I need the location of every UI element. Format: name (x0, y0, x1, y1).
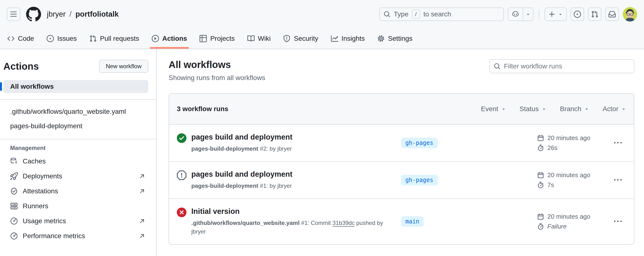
deployments-label: Deployments (23, 172, 62, 180)
page-content: Actions New workflow All workflows .gith… (0, 49, 644, 256)
run-text-block: pages build and deployment pages-build-d… (191, 170, 292, 190)
tab-insights[interactable]: Insights (328, 28, 368, 49)
status-filter-label: Status (520, 105, 539, 113)
verified-icon (10, 187, 18, 195)
tab-label: Insights (342, 35, 365, 42)
new-workflow-button[interactable]: New workflow (99, 60, 148, 73)
run-subtitle: pages-build-deployment #2: by jbryer (191, 144, 292, 153)
copilot-dropdown-button[interactable] (523, 8, 533, 20)
pull-requests-header-button[interactable] (588, 7, 602, 21)
workflow-run-row: pages build and deployment pages-build-d… (169, 125, 634, 162)
kebab-horizontal-icon (614, 139, 622, 147)
branch-filter-label: Branch (560, 105, 582, 113)
code-icon (7, 35, 14, 42)
branch-badge[interactable]: gh-pages (401, 138, 438, 148)
inbox-button[interactable] (605, 7, 619, 21)
run-subtitle-rest: #2: by jbryer (258, 145, 292, 152)
sidebar-item-performance-metrics[interactable]: Performance metrics (4, 229, 148, 244)
github-mark-icon (26, 7, 41, 22)
run-title-link[interactable]: pages build and deployment (191, 170, 292, 179)
copilot-icon (512, 11, 519, 18)
plus-icon (548, 11, 556, 18)
meter-icon (10, 217, 18, 225)
tab-issues[interactable]: Issues (43, 28, 80, 49)
sidebar-item-runners[interactable]: Runners (4, 199, 148, 214)
run-meta: 20 minutes ago 26s (537, 134, 605, 152)
sidebar-item-attestations[interactable]: Attestations (4, 184, 148, 199)
event-filter-dropdown[interactable]: Event (481, 105, 506, 113)
run-options-kebab-button[interactable] (611, 175, 625, 185)
workflow-runs-main: All workflows Showing runs from all work… (156, 49, 644, 256)
github-logo[interactable] (26, 7, 41, 22)
kebab-horizontal-icon (614, 176, 622, 184)
arrow-up-right-icon (139, 233, 146, 239)
avatar[interactable] (623, 7, 637, 21)
arrow-up-right-icon (139, 173, 146, 180)
branch-badge[interactable]: main (401, 216, 424, 227)
commit-sha-link[interactable]: 31b39dc (332, 220, 354, 226)
sidebar-item-workflow-quarto-website[interactable]: .github/workflows/quarto_website.yaml (4, 105, 148, 118)
page-title: All workflows (168, 59, 265, 70)
git-pull-request-icon (90, 35, 96, 42)
global-search-input[interactable]: Type / to search (379, 7, 504, 21)
branch-filter-dropdown[interactable]: Branch (560, 105, 589, 113)
issue-opened-icon (574, 11, 581, 18)
run-text-block: Initial version .github/workflows/quarto… (191, 207, 395, 236)
issues-header-button[interactable] (570, 7, 584, 21)
tab-wiki[interactable]: Wiki (244, 28, 274, 49)
run-options-kebab-button[interactable] (611, 216, 625, 227)
triangle-down-icon (621, 107, 626, 111)
sidebar-item-usage-metrics[interactable]: Usage metrics (4, 214, 148, 229)
run-title-link[interactable]: pages build and deployment (191, 133, 292, 141)
run-options-kebab-button[interactable] (611, 138, 625, 148)
triangle-down-icon (501, 107, 506, 111)
play-circle-icon (152, 35, 159, 42)
tab-actions[interactable]: Actions (148, 28, 190, 49)
hamburger-menu-button[interactable] (7, 7, 20, 21)
run-workflow-name: .github/workflows/quarto_website.yaml (191, 220, 300, 226)
sidebar-item-workflow-pages-build-deployment[interactable]: pages-build-deployment (4, 120, 148, 132)
branch-badge[interactable]: gh-pages (401, 175, 438, 185)
tab-pull-requests[interactable]: Pull requests (86, 28, 142, 49)
sidebar-title: Actions (4, 61, 39, 72)
tab-label: Actions (162, 35, 187, 42)
workflow-run-row: pages build and deployment pages-build-d… (169, 162, 634, 199)
actor-filter-label: Actor (603, 105, 618, 113)
tab-code[interactable]: Code (4, 28, 38, 49)
create-new-button[interactable] (544, 7, 567, 21)
git-pull-request-icon (591, 11, 598, 18)
gear-icon (377, 35, 384, 42)
server-icon (10, 202, 18, 210)
breadcrumb-repo[interactable]: portfoliotalk (75, 10, 118, 18)
rocket-icon (10, 172, 18, 180)
tab-projects[interactable]: Projects (196, 28, 238, 49)
usage-metrics-label: Usage metrics (23, 217, 66, 225)
caches-label: Caches (23, 157, 46, 165)
attestations-label: Attestations (23, 187, 58, 195)
main-header-text: All workflows Showing runs from all work… (168, 59, 265, 82)
sidebar-item-deployments[interactable]: Deployments (4, 169, 148, 184)
runs-list-header: 3 workflow runs Event Status Branch Acto… (169, 94, 634, 125)
status-filter-dropdown[interactable]: Status (520, 105, 546, 113)
x-circle-failure-icon (177, 208, 186, 217)
actions-sidebar: Actions New workflow All workflows .gith… (0, 49, 156, 256)
selected-indicator-bar (0, 82, 2, 91)
tab-security[interactable]: Security (280, 28, 322, 49)
run-time: 20 minutes ago (548, 171, 590, 179)
stop-octagon-stale-icon (177, 170, 186, 180)
breadcrumb-owner[interactable]: jbryer (47, 10, 66, 18)
tab-label: Pull requests (100, 35, 139, 42)
breadcrumb-separator: / (70, 10, 72, 18)
actor-filter-dropdown[interactable]: Actor (603, 105, 626, 113)
sidebar-item-all-workflows[interactable]: All workflows (4, 80, 148, 93)
run-time: 20 minutes ago (548, 213, 590, 220)
copilot-button[interactable] (508, 8, 523, 20)
arrow-up-right-icon (139, 218, 146, 224)
run-time: 20 minutes ago (548, 134, 590, 142)
tab-settings[interactable]: Settings (374, 28, 416, 49)
run-title-link[interactable]: Initial version (191, 207, 395, 216)
copilot-split-button (508, 7, 533, 21)
filter-workflow-runs-input[interactable] (490, 59, 634, 73)
sidebar-item-caches[interactable]: Caches (4, 154, 148, 169)
run-workflow-name: pages-build-deployment (191, 145, 258, 152)
